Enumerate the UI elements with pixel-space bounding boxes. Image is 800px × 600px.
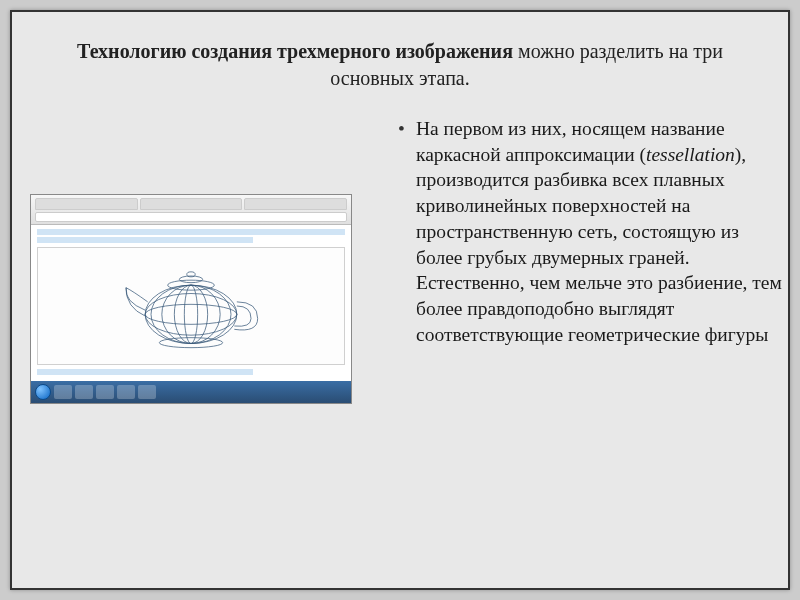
- right-column: На первом из них, носящем название карка…: [370, 110, 788, 348]
- teapot-svg: [106, 256, 276, 356]
- browser-tabs: [31, 195, 351, 211]
- svg-point-6: [184, 285, 197, 343]
- left-column: [30, 110, 370, 404]
- browser-screenshot: [30, 194, 352, 404]
- taskbar-item: [54, 385, 72, 399]
- text-line: [37, 369, 253, 375]
- content-row: На первом из них, носящем название карка…: [12, 110, 788, 576]
- teapot-wireframe: [37, 247, 345, 365]
- browser-chrome: [31, 195, 351, 225]
- taskbar-item: [96, 385, 114, 399]
- taskbar-item: [117, 385, 135, 399]
- bullet-list: На первом из них, носящем название карка…: [398, 116, 788, 348]
- taskbar-item: [138, 385, 156, 399]
- browser-tab: [140, 198, 243, 210]
- address-bar: [35, 212, 347, 222]
- start-orb-icon: [35, 384, 51, 400]
- svg-point-2: [145, 304, 237, 324]
- svg-point-10: [159, 338, 222, 348]
- taskbar-item: [75, 385, 93, 399]
- slide-title: Технологию создания трехмерного изображе…: [12, 12, 788, 110]
- slide: Технологию создания трехмерного изображе…: [10, 10, 790, 590]
- text-line: [37, 229, 345, 235]
- windows-taskbar: [31, 381, 351, 403]
- browser-tab: [244, 198, 347, 210]
- bullet-item: На первом из них, носящем название карка…: [398, 116, 788, 348]
- svg-point-3: [151, 285, 231, 343]
- text-line: [37, 237, 253, 243]
- svg-point-1: [145, 294, 237, 336]
- bullet-text-2: ), производится разбивка всех плавных кр…: [416, 144, 782, 345]
- browser-tab: [35, 198, 138, 210]
- title-bold: Технологию создания трехмерного изображе…: [77, 40, 513, 62]
- svg-point-0: [145, 285, 237, 343]
- svg-point-4: [162, 285, 220, 343]
- page-body: [31, 225, 351, 381]
- svg-point-5: [174, 285, 207, 343]
- bullet-italic: tessellation: [646, 144, 735, 165]
